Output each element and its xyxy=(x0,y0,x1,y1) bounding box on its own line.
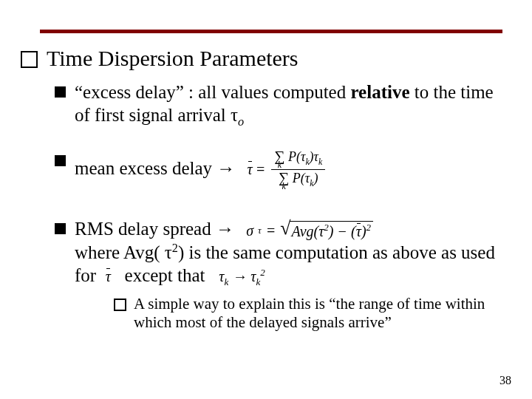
sigma-sub: τ xyxy=(258,225,262,236)
note-text: A simple way to explain this is “the ran… xyxy=(134,295,510,332)
excess-pre: “excess delay” : all values computed xyxy=(75,82,350,102)
equals: = xyxy=(256,160,266,179)
bullet-rms: RMS delay spread → στ = √ Avg(τ2) − (τ)2 xyxy=(55,217,510,332)
heading-text: Time Dispersion Parameters xyxy=(47,46,299,70)
bullet-open-small-icon xyxy=(114,299,126,311)
bullet-excess-delay: “excess delay” : all values computed rel… xyxy=(55,81,510,130)
bullet-solid-icon xyxy=(55,86,66,98)
mean-excess-text: mean excess delay → τ = ∑k P(τk)τk ∑k P(… xyxy=(75,149,328,191)
bullet-mean-excess: mean excess delay → τ = ∑k P(τk)τk ∑k P(… xyxy=(55,149,510,191)
excess-bold: relative xyxy=(350,82,409,102)
fraction: ∑k P(τk)τk ∑k P(τk) xyxy=(271,149,325,191)
excess-sub: o xyxy=(238,115,244,129)
tau-k-transform: τk → τk2 xyxy=(219,268,265,284)
bullet-solid-icon xyxy=(55,155,66,166)
numerator: ∑k P(τk)τk xyxy=(271,149,325,171)
denominator: ∑k P(τk) xyxy=(271,170,325,191)
bullet-solid-icon xyxy=(55,223,66,234)
rms-label: RMS delay spread → xyxy=(75,219,234,239)
where-a: where Avg( τ xyxy=(75,242,172,262)
tau-bar-icon: τ xyxy=(106,267,111,286)
rms-equation: στ = √ Avg(τ2) − (τ)2 xyxy=(239,221,373,241)
top-rule xyxy=(40,30,502,33)
slide: Time Dispersion Parameters “excess delay… xyxy=(0,0,532,399)
where-c: except that xyxy=(125,265,205,285)
sigma: σ xyxy=(246,222,253,240)
sub-bullet-note: A simple way to explain this is “the ran… xyxy=(114,295,510,332)
mean-label: mean excess delay → xyxy=(75,158,235,178)
bullet-open-icon xyxy=(21,51,38,68)
where-a-sup: 2 xyxy=(172,242,178,255)
equals: = xyxy=(266,222,276,240)
content: Time Dispersion Parameters “excess delay… xyxy=(21,46,510,338)
page-number: 38 xyxy=(499,374,511,387)
rms-text: RMS delay spread → στ = √ Avg(τ2) − (τ)2 xyxy=(75,217,373,241)
tau-bar-icon: τ xyxy=(248,160,253,179)
sqrt-icon: √ Avg(τ2) − (τ)2 xyxy=(280,221,373,241)
excess-delay-text: “excess delay” : all values computed rel… xyxy=(75,81,510,130)
heading-row: Time Dispersion Parameters xyxy=(21,46,510,70)
rms-where: where Avg( τ2) is the same computation a… xyxy=(75,241,510,289)
mean-equation: τ = ∑k P(τk)τk ∑k P(τk) xyxy=(240,149,329,191)
